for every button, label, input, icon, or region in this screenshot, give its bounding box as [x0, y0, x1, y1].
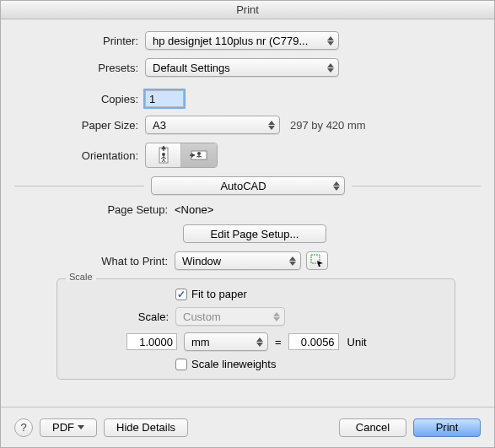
copies-input[interactable]	[145, 90, 184, 107]
svg-marker-4	[268, 121, 275, 125]
svg-marker-24	[289, 256, 296, 261]
scale-unit-popup[interactable]: mm	[184, 332, 268, 351]
landscape-icon	[190, 146, 208, 165]
orientation-portrait-button[interactable]	[146, 143, 181, 167]
updown-icon	[325, 59, 336, 76]
paper-size-popup[interactable]: A3	[145, 116, 280, 134]
svg-marker-31	[256, 343, 263, 347]
hide-details-button[interactable]: Hide Details	[104, 418, 188, 437]
page-setup-value: <None>	[175, 203, 213, 216]
app-section-value: AutoCAD	[220, 180, 266, 192]
svg-marker-5	[268, 126, 275, 130]
app-section-popup[interactable]: AutoCAD	[151, 176, 345, 195]
svg-marker-22	[333, 181, 340, 186]
svg-marker-3	[327, 68, 334, 73]
presets-label: Presets:	[14, 62, 145, 74]
scale-left-input[interactable]	[126, 333, 177, 350]
svg-point-9	[162, 153, 165, 156]
paper-size-label: Paper Size:	[14, 119, 145, 132]
cancel-button[interactable]: Cancel	[339, 418, 406, 437]
updown-icon	[287, 252, 299, 269]
window-title: Print	[1, 1, 494, 19]
updown-icon	[325, 32, 336, 49]
svg-marker-28	[273, 312, 280, 316]
orientation-label: Orientation:	[14, 149, 145, 162]
page-setup-label: Page Setup:	[14, 203, 175, 216]
scale-group: Scale Fit to paper Scale: Custom	[56, 278, 455, 380]
divider-left	[14, 186, 144, 186]
select-window-button[interactable]	[306, 251, 328, 270]
copies-label: Copies:	[14, 93, 145, 105]
print-button[interactable]: Print	[413, 418, 481, 437]
content-area: Printer: hp designjet 110plus nr (C779..…	[1, 19, 494, 407]
fit-to-paper-label: Fit to paper	[191, 288, 247, 300]
printer-label: Printer:	[14, 35, 145, 47]
updown-icon	[266, 116, 277, 133]
unit-text: Unit	[347, 336, 367, 348]
scale-unit-value: mm	[191, 336, 210, 348]
help-button[interactable]: ?	[14, 418, 33, 437]
what-to-print-label: What to Print:	[14, 255, 175, 267]
portrait-icon	[154, 146, 173, 165]
what-to-print-popup[interactable]: Window	[175, 251, 301, 270]
scale-label: Scale:	[66, 310, 175, 323]
scale-legend: Scale	[66, 272, 96, 282]
scale-value: Custom	[183, 310, 221, 323]
paper-size-value: A3	[153, 119, 166, 132]
scale-lineweights-label: Scale lineweights	[191, 358, 276, 370]
printer-popup[interactable]: hp designjet 110plus nr (C779...	[145, 31, 339, 50]
svg-marker-29	[273, 317, 280, 321]
updown-icon	[331, 177, 342, 194]
svg-marker-1	[327, 41, 334, 46]
updown-icon	[271, 308, 282, 325]
svg-point-18	[197, 152, 201, 155]
orientation-landscape-button[interactable]	[181, 143, 217, 167]
scale-lineweights-checkbox[interactable]	[175, 359, 187, 370]
fit-to-paper-checkbox[interactable]	[175, 289, 187, 300]
svg-marker-25	[289, 262, 296, 266]
print-dialog: Print Printer: hp designjet 110plus nr (…	[0, 0, 495, 448]
pdf-menu-button[interactable]: PDF	[40, 418, 97, 437]
orientation-segmented	[145, 143, 218, 168]
svg-marker-2	[327, 63, 334, 67]
footer: ? PDF Hide Details Cancel Print	[1, 407, 494, 447]
chevron-down-icon	[78, 425, 84, 429]
paper-dimensions: 297 by 420 mm	[290, 119, 366, 132]
scale-popup[interactable]: Custom	[175, 307, 285, 326]
updown-icon	[254, 333, 266, 350]
divider-right	[352, 186, 482, 186]
svg-marker-0	[327, 36, 334, 40]
selection-cursor-icon	[310, 254, 324, 267]
presets-popup[interactable]: Default Settings	[145, 58, 339, 77]
scale-right-input[interactable]	[288, 333, 339, 350]
edit-page-setup-button[interactable]: Edit Page Setup...	[183, 224, 326, 243]
equals-label: =	[275, 336, 282, 348]
svg-marker-30	[256, 337, 263, 342]
printer-value: hp designjet 110plus nr (C779...	[153, 35, 308, 47]
what-to-print-value: Window	[182, 255, 221, 267]
svg-marker-23	[333, 186, 340, 191]
presets-value: Default Settings	[153, 62, 230, 74]
